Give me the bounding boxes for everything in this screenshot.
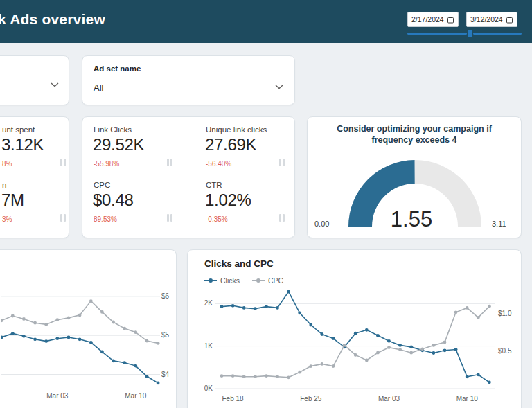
calendar-icon[interactable] — [506, 16, 513, 24]
chart-title: Clicks and CPC — [204, 258, 274, 269]
svg-text:Mar 03: Mar 03 — [378, 395, 400, 402]
kpi-label: CTR — [206, 181, 222, 189]
svg-text:2K: 2K — [204, 299, 213, 307]
gauge-max-label: 3.11 — [492, 220, 506, 228]
header-bar: k Ads overview 2/17/2024 3/12/2024 — [0, 0, 532, 43]
kpi-delta: -56.40% — [206, 160, 231, 168]
filter-dropdown-ad-set[interactable]: Ad set name All — [82, 55, 295, 105]
kpi-trend-icon — [60, 159, 66, 166]
legend-label: CPC — [268, 276, 283, 285]
kpi-trend-icon — [279, 159, 285, 166]
kpi-label: Link Clicks — [94, 125, 132, 134]
filter-label: Ad set name — [94, 64, 141, 73]
svg-text:$1.0: $1.0 — [498, 310, 512, 317]
kpi-value: 27.69K — [205, 135, 256, 154]
chart-card-clicks-cpc: Clicks and CPC Clicks CPC 0K1K2K$0.5$1.0… — [187, 249, 522, 408]
legend-marker-icon — [204, 280, 217, 281]
legend-label: Clicks — [220, 276, 240, 285]
date-start-value: 2/17/2024 — [411, 15, 444, 24]
date-range-slider-track[interactable] — [473, 33, 522, 35]
date-start-input[interactable]: 2/17/2024 — [407, 12, 459, 27]
kpi-card-spend-cropped: unt spent 3.12K 8% n 7M 3% — [0, 116, 69, 238]
svg-text:Mar 10: Mar 10 — [456, 395, 479, 402]
filter-dropdown-cropped[interactable] — [0, 55, 69, 105]
gauge-value-label: 1.55 — [363, 207, 460, 232]
svg-text:$0.5: $0.5 — [498, 347, 512, 355]
kpi-value: 1.02% — [205, 190, 251, 210]
svg-text:$6: $6 — [161, 292, 170, 300]
kpi-value: 3.12K — [1, 135, 44, 154]
kpi-trend-icon — [167, 214, 172, 222]
kpi-delta: 3% — [2, 215, 12, 223]
kpi-value: $0.48 — [93, 190, 134, 210]
legend-item-clicks[interactable]: Clicks — [204, 276, 240, 285]
gauge-min-label: 0.00 — [314, 220, 329, 228]
date-range-slider-handle[interactable] — [468, 30, 472, 37]
kpi-delta: -0.35% — [206, 215, 228, 223]
svg-text:Mar 03: Mar 03 — [46, 392, 69, 400]
kpi-label: n — [2, 181, 6, 189]
chevron-down-icon[interactable] — [51, 82, 59, 87]
kpi-label: CPC — [94, 181, 110, 189]
date-end-value: 3/12/2024 — [470, 15, 503, 24]
svg-text:Mar 10: Mar 10 — [125, 392, 147, 400]
filter-selected-value: All — [94, 82, 103, 93]
chart-legend: Clicks CPC — [204, 276, 283, 285]
svg-text:$5: $5 — [161, 331, 170, 339]
kpi-delta: -55.98% — [94, 160, 119, 168]
kpi-value: 29.52K — [93, 135, 144, 154]
kpi-label: Unique link clicks — [206, 125, 267, 134]
clicks-cpc-line-chart[interactable]: 0K1K2K$0.5$1.0Feb 18Feb 25Mar 03Mar 10 — [195, 285, 520, 408]
kpi-value: 7M — [1, 190, 24, 210]
kpi-delta: 8% — [2, 160, 12, 168]
svg-text:1K: 1K — [204, 342, 213, 350]
legend-item-cpc[interactable]: CPC — [252, 276, 283, 285]
svg-text:Feb 18: Feb 18 — [222, 395, 245, 402]
chart-card-cropped: $6$5$4Mar 03Mar 10 — [0, 249, 177, 408]
date-range-slider-track[interactable] — [407, 33, 467, 35]
calendar-icon[interactable] — [447, 16, 454, 24]
svg-text:$4: $4 — [161, 371, 170, 378]
gauge-title-line2: frequency exceeds 4 — [308, 135, 521, 145]
chevron-down-icon[interactable] — [275, 85, 283, 89]
kpi-trend-icon — [279, 214, 285, 222]
kpi-label: unt spent — [2, 125, 35, 134]
date-end-input[interactable]: 3/12/2024 — [466, 12, 517, 27]
svg-text:0K: 0K — [204, 384, 213, 392]
kpi-trend-icon — [60, 214, 66, 222]
kpi-delta: 89.53% — [94, 215, 117, 223]
kpi-card-clicks: Link Clicks 29.52K -55.98% Unique link c… — [82, 116, 295, 238]
legend-marker-icon — [252, 280, 265, 281]
line-chart-cropped[interactable]: $6$5$4Mar 03Mar 10 — [1, 279, 177, 402]
svg-text:Feb 25: Feb 25 — [300, 395, 322, 402]
page-title: k Ads overview — [0, 11, 105, 28]
dashboard-canvas: k Ads overview 2/17/2024 3/12/2024 — [0, 0, 532, 408]
frequency-gauge-card: Consider optimizing your campaign if fre… — [307, 116, 522, 238]
kpi-trend-icon — [167, 159, 172, 166]
gauge-title-line1: Consider optimizing your campaign if — [308, 124, 521, 134]
